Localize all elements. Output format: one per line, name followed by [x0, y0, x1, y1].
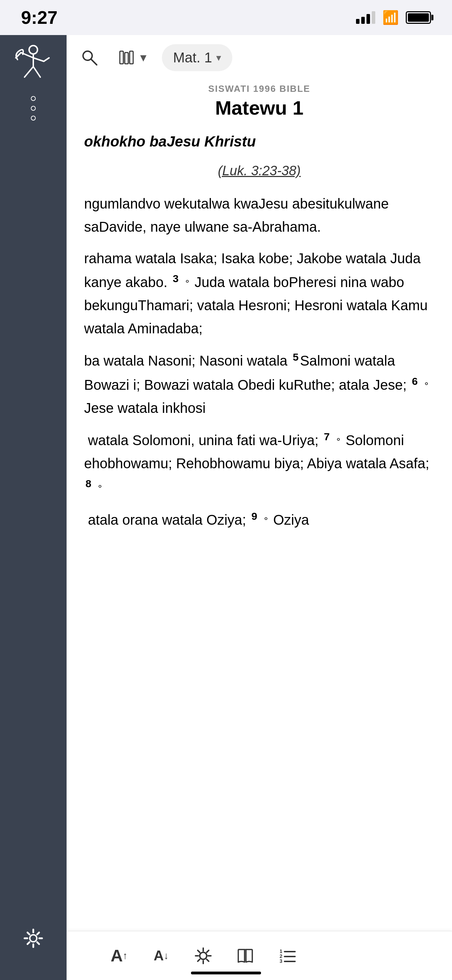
sidebar: [0, 35, 67, 980]
svg-line-5: [33, 67, 40, 77]
sidebar-dot-1[interactable]: [31, 96, 36, 101]
svg-line-22: [197, 959, 200, 961]
app-container: ▾ Mat. 1 ▾ SISWATI 1996 BIBLE Matewu 1 o…: [0, 35, 452, 980]
svg-point-14: [200, 952, 207, 959]
library-button[interactable]: ▾: [108, 42, 155, 73]
verse-2: rahama watala Isaka; Isaka kobe; Jakobe …: [84, 247, 434, 340]
status-bar: 9:27 📶: [0, 0, 452, 35]
book-chapter-selector[interactable]: Mat. 1 ▾: [162, 44, 232, 71]
verse-4: ba watala Nasoni; Nasoni watala 5Salmoni…: [84, 348, 434, 420]
battery-icon: [406, 11, 431, 24]
svg-line-19: [197, 950, 200, 952]
settings-button[interactable]: [21, 926, 46, 952]
home-indicator: [191, 972, 261, 974]
svg-rect-11: [120, 51, 123, 64]
verse-6: atala orana watala Oziya; 9 ° Oziya: [84, 508, 434, 531]
decrease-font-button[interactable]: A↓: [151, 948, 172, 964]
svg-point-8: [30, 935, 37, 942]
svg-rect-12: [125, 52, 128, 64]
sidebar-dot-2[interactable]: [31, 106, 36, 111]
increase-font-button[interactable]: A↑: [108, 946, 130, 965]
content-area: ▾ Mat. 1 ▾ SISWATI 1996 BIBLE Matewu 1 o…: [67, 35, 452, 980]
reading-content[interactable]: okhokho baJesu Khristu (Luk. 3:23-38) ng…: [67, 119, 452, 931]
sidebar-menu-dots[interactable]: [31, 96, 36, 121]
status-time: 9:27: [21, 7, 57, 28]
search-button[interactable]: [77, 45, 102, 70]
bible-version: SISWATI 1996 BIBLE: [67, 83, 452, 94]
svg-point-0: [29, 46, 38, 54]
library-chevron: ▾: [140, 50, 146, 65]
svg-text:3: 3: [280, 958, 282, 964]
svg-line-7: [44, 58, 49, 61]
section-title: okhokho baJesu Khristu: [84, 130, 434, 153]
verse-5: watala Solomoni, unina fati wa-Uriya; 7 …: [84, 428, 434, 499]
svg-line-3: [33, 58, 44, 61]
book-chapter-label: Mat. 1: [173, 50, 212, 65]
svg-line-4: [24, 67, 33, 77]
verse-1: ngumlandvo wekutalwa kwaJesu abesitukulw…: [84, 192, 434, 238]
app-logo: [11, 42, 56, 89]
status-icons: 📶: [356, 10, 431, 25]
signal-bars-icon: [356, 11, 375, 24]
bible-info: SISWATI 1996 BIBLE Matewu 1: [67, 80, 452, 119]
bible-chapter: Matewu 1: [67, 96, 452, 119]
wifi-icon: 📶: [382, 10, 399, 25]
bookmark-button[interactable]: [235, 947, 256, 965]
svg-rect-13: [130, 51, 133, 64]
sidebar-dot-3[interactable]: [31, 116, 36, 121]
list-view-button[interactable]: 1 2 3: [277, 947, 298, 965]
reference-text: (Luk. 3:23-38): [84, 160, 434, 181]
svg-line-20: [207, 959, 209, 961]
svg-line-10: [91, 59, 97, 65]
svg-line-21: [207, 950, 209, 952]
top-nav: ▾ Mat. 1 ▾: [67, 35, 452, 80]
book-selector-chevron: ▾: [216, 52, 221, 64]
brightness-button[interactable]: [193, 947, 214, 965]
